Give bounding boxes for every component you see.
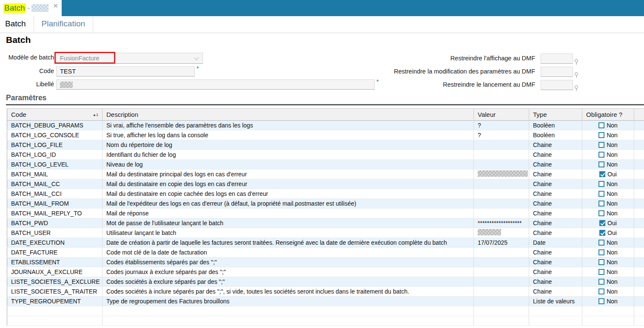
cell-description bbox=[103, 316, 474, 326]
dmf-launch-input[interactable] bbox=[541, 80, 573, 90]
cell-valeur[interactable] bbox=[474, 228, 529, 238]
cell-obligatoire[interactable]: Non bbox=[582, 189, 634, 199]
cell-type: Booléen bbox=[529, 130, 582, 140]
cell-code: DATE_EXECUTION bbox=[7, 238, 103, 248]
cell-type: Chaine bbox=[529, 209, 582, 218]
tab-batch[interactable]: Batch bbox=[0, 16, 34, 33]
dmf-modify-label: Restreindre la modification des paramètr… bbox=[362, 67, 535, 75]
cell-valeur[interactable] bbox=[474, 199, 529, 209]
cell-obligatoire[interactable]: Non bbox=[582, 257, 634, 267]
cell-valeur[interactable] bbox=[474, 248, 529, 257]
obligatoire-label: Oui bbox=[607, 220, 617, 226]
column-header-type[interactable]: Type bbox=[529, 109, 582, 121]
cell-valeur[interactable] bbox=[474, 140, 529, 150]
title-bar bbox=[0, 0, 644, 16]
checkbox-unchecked-icon[interactable] bbox=[598, 152, 604, 158]
cell-type: Chaine bbox=[529, 267, 582, 277]
cell-valeur[interactable] bbox=[474, 297, 529, 306]
obligatoire-label: Non bbox=[607, 298, 618, 305]
dmf-display-input[interactable] bbox=[541, 54, 573, 64]
window-tab[interactable]: Batch - ✕ bbox=[0, 0, 62, 16]
cell-obligatoire[interactable]: Non bbox=[582, 267, 634, 277]
cell-valeur[interactable] bbox=[474, 189, 529, 199]
table-row: BATCH_LOG_IDIdentifiant du fichier de lo… bbox=[7, 150, 644, 160]
obligatoire-label: Non bbox=[607, 210, 618, 217]
cell-valeur[interactable] bbox=[474, 160, 529, 170]
obligatoire-label: Non bbox=[607, 161, 618, 168]
cell-obligatoire[interactable]: Non bbox=[582, 287, 634, 297]
lookup-icon[interactable] bbox=[574, 85, 578, 91]
params-table-body: BATCH_DEBUG_PARAMSSi vrai, affiche l'ens… bbox=[7, 121, 644, 326]
checkbox-unchecked-icon[interactable] bbox=[598, 122, 604, 128]
checkbox-unchecked-icon[interactable] bbox=[598, 288, 604, 294]
column-header-valeur[interactable]: Valeur bbox=[474, 109, 529, 121]
obligatoire-label: Non bbox=[607, 181, 618, 187]
checkbox-unchecked-icon[interactable] bbox=[598, 249, 604, 255]
checkbox-unchecked-icon[interactable] bbox=[598, 142, 604, 148]
cell-obligatoire[interactable]: Non bbox=[582, 160, 634, 170]
cell-valeur[interactable] bbox=[474, 267, 529, 277]
cell-valeur[interactable] bbox=[474, 170, 529, 179]
cell-valeur[interactable] bbox=[474, 287, 529, 297]
cell-obligatoire[interactable]: Oui bbox=[582, 228, 634, 238]
chevron-down-icon[interactable] bbox=[194, 55, 199, 60]
cell-obligatoire[interactable]: Non bbox=[582, 277, 634, 287]
cell-obligatoire[interactable]: Non bbox=[582, 121, 634, 130]
checkbox-unchecked-icon[interactable] bbox=[598, 181, 604, 187]
cell-code: BATCH_USER bbox=[7, 228, 103, 238]
cell-valeur[interactable]: ******************* bbox=[474, 218, 529, 228]
cell-valeur[interactable]: ? bbox=[474, 130, 529, 140]
checkbox-unchecked-icon[interactable] bbox=[598, 161, 604, 167]
close-icon[interactable]: ✕ bbox=[53, 2, 58, 10]
cell-valeur[interactable] bbox=[474, 257, 529, 267]
cell-obligatoire[interactable]: Non bbox=[582, 199, 634, 209]
cell-obligatoire[interactable]: Non bbox=[582, 150, 634, 160]
cell-obligatoire[interactable]: Non bbox=[582, 209, 634, 218]
lookup-icon[interactable] bbox=[574, 72, 578, 78]
checkbox-checked-icon[interactable] bbox=[599, 171, 605, 177]
checkbox-unchecked-icon[interactable] bbox=[598, 298, 604, 304]
cell-obligatoire[interactable]: Non bbox=[582, 238, 634, 248]
cell-obligatoire[interactable]: Non bbox=[582, 140, 634, 150]
cell-valeur[interactable] bbox=[474, 209, 529, 218]
table-row: JOURNAUX_A_EXCLURECodes journaux à exclu… bbox=[7, 267, 644, 277]
cell-valeur[interactable]: ? bbox=[474, 121, 529, 130]
column-header-code[interactable]: Code ▲1 bbox=[7, 109, 103, 121]
checkbox-unchecked-icon[interactable] bbox=[598, 279, 604, 285]
cell-obligatoire[interactable]: Non bbox=[582, 130, 634, 140]
libelle-input[interactable] bbox=[56, 79, 375, 90]
cell-obligatoire[interactable]: Oui bbox=[582, 170, 634, 179]
cell-obligatoire[interactable]: Non bbox=[582, 179, 634, 189]
table-row: BATCH_DEBUG_PARAMSSi vrai, affiche l'ens… bbox=[7, 121, 644, 130]
lookup-icon[interactable] bbox=[574, 59, 578, 65]
checkbox-unchecked-icon[interactable] bbox=[598, 240, 604, 246]
cell-valeur[interactable] bbox=[474, 150, 529, 160]
checkbox-unchecked-icon[interactable] bbox=[598, 210, 604, 216]
tab-planification[interactable]: Planification bbox=[34, 16, 93, 33]
cell-obligatoire[interactable]: Non bbox=[582, 248, 634, 257]
checkbox-unchecked-icon[interactable] bbox=[598, 191, 604, 197]
obligatoire-label: Non bbox=[607, 122, 618, 129]
checkbox-unchecked-icon[interactable] bbox=[598, 201, 604, 206]
checkbox-unchecked-icon[interactable] bbox=[598, 269, 604, 275]
code-input[interactable]: TEST bbox=[56, 66, 195, 76]
checkbox-checked-icon[interactable] bbox=[599, 220, 605, 226]
cell-obligatoire[interactable]: Oui bbox=[582, 218, 634, 228]
cell-valeur[interactable]: 17/07/2025 bbox=[474, 238, 529, 248]
cell-type: Chaine bbox=[529, 218, 582, 228]
cell-valeur[interactable] bbox=[474, 179, 529, 189]
checkbox-checked-icon[interactable] bbox=[599, 230, 605, 236]
table-row: BATCH_LOG_FILENom du répertoire de logCh… bbox=[7, 140, 644, 150]
column-header-obligatoire[interactable]: Obligatoire ? bbox=[582, 109, 634, 121]
cell-valeur[interactable] bbox=[474, 277, 529, 287]
cell-obligatoire[interactable]: Non bbox=[582, 297, 634, 306]
cell-code: BATCH_LOG_CONSOLE bbox=[7, 130, 103, 140]
batch-model-select[interactable]: FusionFacture bbox=[56, 53, 203, 64]
column-header-description[interactable]: Description bbox=[103, 109, 474, 121]
checkbox-unchecked-icon[interactable] bbox=[598, 132, 604, 138]
table-row: BATCH_USERUtilisateur lançant le batchCh… bbox=[7, 228, 644, 238]
cell-description: Date de création à partir de laquelle le… bbox=[103, 238, 474, 248]
checkbox-unchecked-icon[interactable] bbox=[598, 259, 604, 265]
dmf-modify-input[interactable] bbox=[541, 67, 573, 77]
form-row-dmf-display: Restreindre l'affichage au DMF bbox=[362, 54, 578, 65]
